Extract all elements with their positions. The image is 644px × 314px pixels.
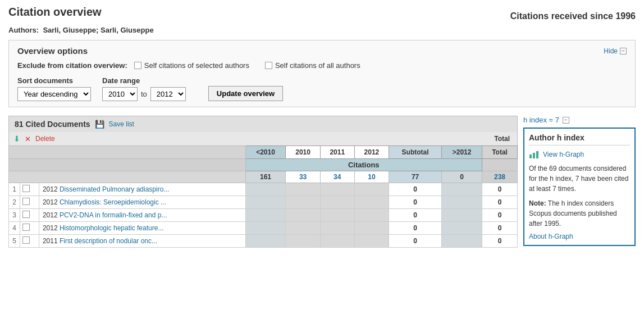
about-hgraph-link[interactable]: About h-Graph (529, 233, 573, 240)
row-checkbox[interactable] (22, 224, 30, 231)
hgraph-icon (529, 150, 540, 159)
svg-rect-2 (536, 151, 538, 158)
row-num: 5 (9, 235, 20, 248)
table-row: 1 2012 Disseminated Pulmonary adiaspiro.… (9, 183, 518, 196)
minus-icon: − (620, 48, 627, 54)
row-checkbox[interactable] (22, 211, 30, 218)
h-index-note: Note: The h index considers Scopus docum… (529, 198, 630, 229)
overview-options-panel: Overview options Hide − Exclude from cit… (8, 40, 636, 107)
self-citations-selected-checkbox[interactable] (134, 62, 141, 69)
to-label: to (141, 90, 147, 98)
row-num: 1 (9, 183, 20, 196)
sort-select[interactable]: Year descending Year ascending Citation … (17, 87, 91, 101)
date-to-select[interactable]: 201020112012 20132014 (150, 87, 186, 101)
svg-rect-1 (533, 153, 535, 158)
col-2011: 2011 (320, 146, 354, 159)
col-2012: 2012 (354, 146, 389, 159)
h-index-panel: h index = 7 − Author h index View h-Grap… (523, 116, 636, 248)
total-2011: 34 (320, 171, 354, 183)
total-total: 238 (482, 171, 518, 183)
row-num: 2 (9, 196, 20, 209)
table-row: 5 2011 First description of nodular onc.… (9, 235, 518, 248)
cited-docs-title: 81 Cited Documents (15, 120, 90, 129)
sort-label: Sort documents (17, 76, 91, 85)
col-subtotal: Subtotal (389, 146, 442, 159)
floppy-icon: 💾 (95, 120, 104, 129)
save-list-link[interactable]: Save list (109, 120, 134, 128)
table-row: 3 2012 PCV2-DNA in formalin-fixed and p.… (9, 209, 518, 222)
row-num: 3 (9, 209, 20, 222)
filter-icon: ⬇ (13, 134, 20, 143)
page-title: Citation overview (8, 6, 102, 19)
citations-since: Citations received since 1996 (510, 11, 636, 21)
table-row: 4 2012 Histomorphologic hepatic feature.… (9, 222, 518, 235)
table-row: 2 2012 Chlamydiosis: Seroepidemiologic .… (9, 196, 518, 209)
row-checkbox[interactable] (22, 185, 30, 192)
svg-rect-0 (529, 154, 532, 158)
self-citations-all-label: Self citations of all authors (275, 61, 360, 70)
authors-value: Sarli, Giuseppe; Sarli, Giuseppe (43, 26, 153, 34)
note-label: Note: (529, 199, 546, 207)
total-col-header: Total (494, 135, 510, 143)
totals-row: 161 33 34 10 77 0 238 (9, 171, 518, 183)
exclude-label: Exclude from citation overview: (17, 61, 127, 70)
self-citations-selected-label: Self citations of selected authors (144, 61, 249, 70)
row-num: 4 (9, 222, 20, 235)
hide-button[interactable]: Hide − (604, 47, 627, 55)
total-2010: 33 (286, 171, 320, 183)
citations-header: Citations (245, 159, 482, 171)
col-total: Total (482, 146, 518, 159)
col-lt2010: <2010 (245, 146, 286, 159)
total-2012: 10 (354, 171, 389, 183)
date-range-label: Date range (102, 76, 186, 85)
h-index-box: Author h index View h-Graph Of the 69 do… (523, 128, 636, 246)
col-2010: 2010 (286, 146, 320, 159)
total-lt2010: 161 (245, 171, 286, 183)
h-index-label: h index = 7 (523, 116, 559, 124)
col-gt2012: >2012 (442, 146, 482, 159)
overview-title: Overview options (17, 46, 88, 56)
row-checkbox[interactable] (22, 198, 30, 205)
total-gt2012: 0 (442, 171, 482, 183)
update-overview-button[interactable]: Update overview (208, 86, 283, 101)
authors-label: Authors: (8, 26, 39, 34)
view-hgraph-link[interactable]: View h-Graph (529, 150, 630, 159)
total-subtotal: 77 (389, 171, 442, 183)
documents-panel: 81 Cited Documents 💾 Save list ⬇ ✕ Delet… (8, 116, 518, 248)
delete-link[interactable]: Delete (35, 135, 55, 143)
h-index-box-title: Author h index (529, 133, 630, 145)
h-index-description: Of the 69 documents considered for the h… (529, 163, 630, 194)
h-index-minus-icon: − (563, 117, 569, 124)
delete-icon: ✕ (25, 135, 31, 143)
row-checkbox[interactable] (22, 236, 30, 244)
date-from-select[interactable]: 200520062007 200820092010 20112012 (102, 87, 138, 101)
self-citations-all-checkbox[interactable] (265, 62, 272, 69)
documents-table: <2010 2010 2011 2012 Subtotal >2012 Tota… (8, 145, 518, 248)
